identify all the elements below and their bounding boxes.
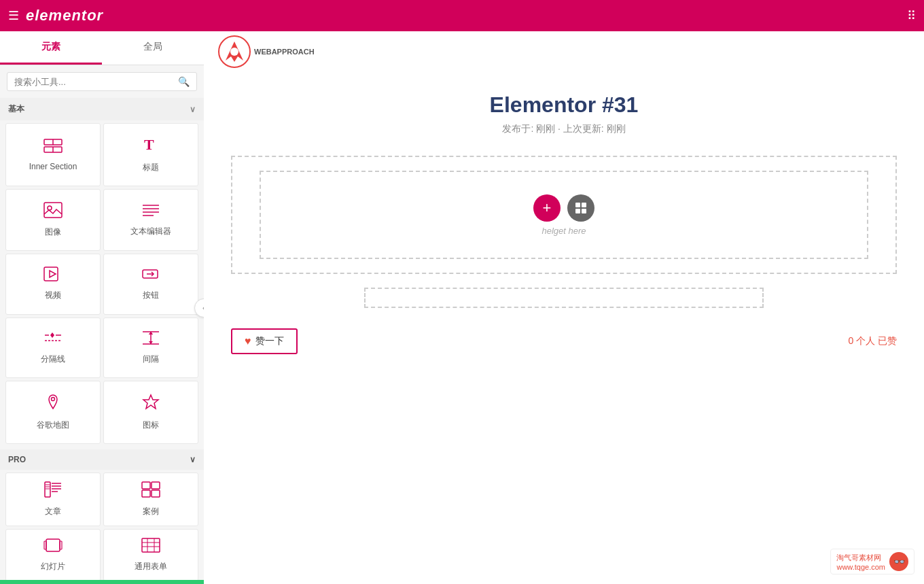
svg-rect-42 bbox=[142, 538, 160, 552]
like-count: 0 个人 已赞 bbox=[848, 335, 897, 347]
button-icon bbox=[141, 267, 160, 286]
top-header: ☰ elementor ⠿ bbox=[0, 0, 924, 31]
svg-marker-16 bbox=[50, 332, 52, 338]
svg-rect-52 bbox=[575, 209, 580, 213]
inner-drop-zone[interactable]: + helget here bbox=[260, 171, 868, 259]
hamburger-icon[interactable]: ☰ bbox=[8, 8, 19, 23]
heart-icon: ♥ bbox=[245, 335, 251, 347]
svg-point-25 bbox=[52, 397, 55, 400]
widget-video[interactable]: 视频 bbox=[5, 254, 101, 314]
widget-portfolio[interactable]: 案例 bbox=[103, 473, 198, 526]
sidebar: 元素 全局 🔍 基本 ∨ bbox=[0, 31, 204, 584]
main-drop-zone[interactable]: + helget here bbox=[231, 156, 897, 274]
drop-hint: helget here bbox=[541, 226, 586, 236]
widget-title-label: 标题 bbox=[143, 162, 159, 173]
map-icon bbox=[44, 394, 62, 415]
svg-rect-40 bbox=[44, 541, 46, 549]
svg-marker-26 bbox=[143, 395, 158, 409]
webapproach-logo-mark bbox=[217, 35, 251, 69]
pro-section-label[interactable]: PRO ∨ bbox=[0, 449, 204, 470]
widget-title[interactable]: T 标题 bbox=[103, 123, 198, 186]
svg-rect-35 bbox=[142, 482, 150, 489]
widget-text-editor-label: 文本编辑器 bbox=[130, 226, 171, 237]
basic-section-label[interactable]: 基本 ∨ bbox=[0, 98, 204, 120]
watermark: 淘气哥素材网 www.tqge.com 👓 bbox=[830, 549, 914, 574]
widget-google-maps-label: 谷歌地图 bbox=[37, 419, 69, 431]
tab-elements[interactable]: 元素 bbox=[0, 31, 102, 65]
widget-universal-table[interactable]: 通用表单 bbox=[103, 529, 198, 581]
icon-icon bbox=[142, 394, 160, 415]
spacer-icon bbox=[141, 330, 160, 349]
bottom-green-bar bbox=[0, 580, 204, 584]
canvas-area: WEBAPPROACH Elementor #31 发布于: 刚刚 · 上次更新… bbox=[204, 31, 924, 584]
webapproach-logo: WEBAPPROACH bbox=[217, 35, 315, 69]
widget-text-editor[interactable]: 文本编辑器 bbox=[103, 189, 198, 251]
widget-button[interactable]: 按钮 bbox=[103, 254, 198, 314]
widget-icon[interactable]: 图标 bbox=[103, 381, 198, 444]
widget-google-maps[interactable]: 谷歌地图 bbox=[5, 381, 101, 444]
svg-rect-37 bbox=[142, 490, 150, 497]
svg-rect-36 bbox=[152, 482, 160, 489]
text-editor-icon bbox=[141, 203, 160, 222]
widget-inner-section-label: Inner Section bbox=[29, 162, 77, 171]
svg-rect-41 bbox=[60, 541, 62, 549]
widget-slides-label: 幻灯片 bbox=[41, 561, 65, 572]
webapproach-text: WEBAPPROACH bbox=[254, 48, 315, 56]
sidebar-tabs: 元素 全局 bbox=[0, 31, 204, 65]
library-button[interactable] bbox=[567, 194, 594, 222]
svg-rect-5 bbox=[44, 203, 62, 218]
watermark-text: 淘气哥素材网 bbox=[836, 553, 885, 563]
main-layout: 元素 全局 🔍 基本 ∨ bbox=[0, 31, 924, 584]
portfolio-icon bbox=[141, 481, 160, 502]
widget-spacer[interactable]: 间隔 bbox=[103, 317, 198, 378]
widget-slides[interactable]: 幻灯片 bbox=[5, 529, 101, 581]
search-input[interactable] bbox=[14, 77, 178, 87]
drop-buttons: + bbox=[533, 194, 594, 222]
header-left: ☰ elementor bbox=[8, 7, 103, 24]
widget-universal-table-label: 通用表单 bbox=[135, 561, 167, 572]
svg-rect-39 bbox=[46, 539, 60, 551]
svg-marker-12 bbox=[50, 271, 56, 277]
svg-rect-53 bbox=[582, 209, 586, 213]
grid-icon[interactable]: ⠿ bbox=[907, 8, 916, 23]
page-top-bar: WEBAPPROACH bbox=[204, 31, 924, 72]
video-icon bbox=[43, 267, 63, 286]
widget-portfolio-label: 案例 bbox=[143, 506, 159, 517]
widget-image-label: 图像 bbox=[45, 226, 61, 238]
svg-rect-27 bbox=[45, 482, 50, 497]
widget-inner-section[interactable]: Inner Section bbox=[5, 123, 101, 186]
widget-divider-label: 分隔线 bbox=[41, 354, 65, 365]
elementor-logo: elementor bbox=[26, 7, 103, 24]
svg-point-49 bbox=[230, 48, 238, 56]
widget-spacer-label: 间隔 bbox=[143, 354, 159, 365]
page-subtitle: 发布于: 刚刚 · 上次更新: 刚刚 bbox=[231, 123, 897, 135]
search-bar: 🔍 bbox=[7, 72, 197, 91]
inner-section-icon bbox=[43, 139, 63, 158]
like-button[interactable]: ♥ 赞一下 bbox=[231, 328, 298, 354]
widget-button-label: 按钮 bbox=[143, 290, 159, 301]
watermark-subtext: www.tqge.com bbox=[836, 563, 885, 571]
slides-icon bbox=[43, 538, 63, 557]
tab-global[interactable]: 全局 bbox=[102, 31, 204, 65]
secondary-drop-zone[interactable] bbox=[364, 288, 764, 308]
pro-widget-grid: 文章 案例 bbox=[0, 470, 204, 584]
widget-video-label: 视频 bbox=[45, 290, 61, 301]
widget-article[interactable]: 文章 bbox=[5, 473, 101, 526]
basic-widget-grid: Inner Section T 标题 bbox=[0, 120, 204, 447]
page-title: Elementor #31 bbox=[231, 92, 897, 118]
svg-point-6 bbox=[48, 206, 52, 210]
svg-rect-38 bbox=[152, 490, 160, 497]
widget-icon-label: 图标 bbox=[143, 419, 159, 431]
add-widget-button[interactable]: + bbox=[533, 194, 561, 222]
pro-chevron-icon: ∨ bbox=[190, 455, 196, 464]
svg-marker-17 bbox=[52, 332, 54, 338]
svg-rect-51 bbox=[582, 203, 586, 207]
widget-article-label: 文章 bbox=[45, 506, 61, 517]
svg-text:T: T bbox=[144, 136, 154, 153]
canvas-content: Elementor #31 发布于: 刚刚 · 上次更新: 刚刚 + bbox=[204, 72, 924, 584]
widget-image[interactable]: 图像 bbox=[5, 189, 101, 251]
widget-divider[interactable]: 分隔线 bbox=[5, 317, 101, 378]
watermark-icon: 👓 bbox=[889, 552, 908, 571]
article-icon bbox=[44, 481, 62, 502]
table-icon bbox=[141, 538, 160, 557]
